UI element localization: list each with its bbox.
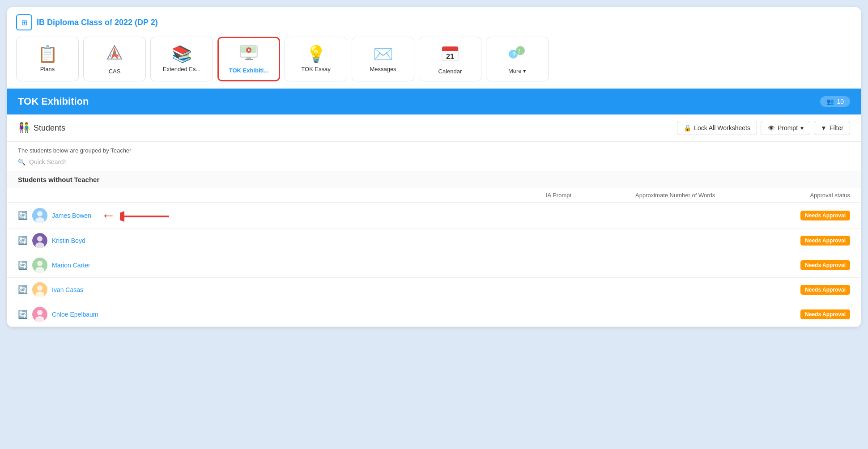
sync-icon-ivan: 🔄 bbox=[18, 285, 28, 295]
student-name-ivan[interactable]: Ivan Casas bbox=[52, 286, 83, 293]
approval-badge-chloe: Needs Approval bbox=[800, 309, 850, 319]
nav-item-plans[interactable]: 📋 Plans bbox=[16, 37, 79, 81]
table-row: 🔄 Marion Carter Needs Approval bbox=[7, 253, 861, 278]
column-headers: IA Prompt Approximate Number of Words Ap… bbox=[7, 188, 861, 203]
section-header: TOK Exhibition 👥 10 bbox=[7, 89, 861, 114]
student-name-chloe[interactable]: Chloe Epelbaum bbox=[52, 311, 98, 318]
prompt-button[interactable]: 👁️ Prompt ▾ bbox=[761, 121, 810, 135]
svg-rect-10 bbox=[247, 57, 251, 59]
class-title: IB Diploma Class of 2022 (DP 2) bbox=[37, 18, 158, 27]
filter-icon: ▼ bbox=[821, 124, 827, 131]
arrow-svg bbox=[120, 210, 174, 223]
col-ia-prompt: IA Prompt bbox=[546, 192, 635, 199]
svg-point-26 bbox=[37, 236, 43, 241]
avatar-james bbox=[32, 208, 47, 223]
cas-icon: C A S bbox=[106, 44, 123, 64]
svg-text:!: ! bbox=[518, 47, 520, 54]
svg-rect-11 bbox=[245, 59, 253, 60]
nav-label-more: More ▾ bbox=[508, 68, 526, 74]
messages-icon: ✉️ bbox=[373, 46, 393, 62]
group-info: The students below are grouped by Teache… bbox=[7, 142, 861, 157]
nav-label-extended-essay: Extended Es... bbox=[163, 66, 201, 72]
svg-text:C: C bbox=[110, 54, 113, 58]
approval-badge-james: Needs Approval bbox=[800, 211, 850, 220]
nav-item-more[interactable]: ? ! More ▾ bbox=[486, 37, 549, 81]
approval-badge-marion: Needs Approval bbox=[800, 260, 850, 270]
svg-text:S: S bbox=[117, 54, 119, 58]
svg-point-35 bbox=[37, 310, 43, 315]
svg-text:21: 21 bbox=[446, 53, 454, 60]
class-title-row: ⊞ IB Diploma Class of 2022 (DP 2) bbox=[16, 14, 852, 30]
student-count-value: 10 bbox=[837, 98, 844, 105]
search-row[interactable]: 🔍 Quick Search bbox=[7, 157, 861, 171]
filter-button[interactable]: ▼ Filter bbox=[814, 121, 850, 135]
student-name-marion[interactable]: Marion Carter bbox=[52, 262, 90, 269]
group-header: Students without Teacher bbox=[7, 171, 861, 188]
nav-item-cas[interactable]: C A S CAS bbox=[83, 37, 146, 81]
filter-btn-label: Filter bbox=[830, 124, 843, 131]
nav-item-extended-essay[interactable]: 📚 Extended Es... bbox=[150, 37, 213, 81]
student-info-ivan: 🔄 Ivan Casas bbox=[18, 282, 546, 297]
sync-icon-kristin: 🔄 bbox=[18, 236, 28, 246]
section-title: TOK Exhibition bbox=[18, 96, 89, 107]
nav-label-plans: Plans bbox=[40, 66, 55, 72]
svg-point-21 bbox=[37, 211, 43, 216]
red-arrow-indicator: ← bbox=[101, 207, 115, 224]
avatar-marion bbox=[32, 258, 47, 273]
table-row: 🔄 Ivan Casas Needs Approval bbox=[7, 278, 861, 302]
group-label: Students without Teacher bbox=[18, 176, 99, 183]
tok-essay-icon: 💡 bbox=[306, 46, 326, 62]
student-count-badge: 👥 10 bbox=[820, 96, 850, 107]
sync-icon-james: 🔄 bbox=[18, 211, 28, 220]
student-name-james[interactable]: James Bowen bbox=[52, 212, 91, 219]
approval-marion: Needs Approval bbox=[761, 260, 850, 270]
students-label: 👫 Students bbox=[18, 122, 65, 134]
approval-badge-kristin: Needs Approval bbox=[800, 236, 850, 246]
col-approx-words: Approximate Number of Words bbox=[635, 192, 761, 199]
col-approval: Approval status bbox=[761, 192, 850, 199]
calendar-icon: 21 bbox=[441, 44, 459, 64]
lock-btn-label: Lock All Worksheets bbox=[694, 124, 750, 131]
student-name-kristin[interactable]: Kristin Boyd bbox=[52, 237, 85, 244]
student-info-kristin: 🔄 Kristin Boyd bbox=[18, 233, 546, 248]
class-grid-icon: ⊞ bbox=[16, 14, 32, 30]
prompt-chevron-icon: ▾ bbox=[800, 124, 804, 131]
svg-text:?: ? bbox=[512, 51, 516, 58]
nav-item-calendar[interactable]: 21 Calendar bbox=[419, 37, 481, 81]
search-icon: 🔍 bbox=[18, 158, 26, 165]
header-area: ⊞ IB Diploma Class of 2022 (DP 2) 📋 Plan… bbox=[7, 7, 861, 89]
approval-james: Needs Approval bbox=[761, 211, 850, 220]
students-subheader: 👫 Students 🔒 Lock All Worksheets 👁️ Prom… bbox=[7, 114, 861, 142]
students-table: Students without Teacher IA Prompt Appro… bbox=[7, 171, 861, 327]
extended-essay-icon: 📚 bbox=[172, 46, 192, 62]
nav-label-tok-essay: TOK Essay bbox=[301, 66, 331, 72]
sync-icon-marion: 🔄 bbox=[18, 260, 28, 270]
col-student bbox=[18, 192, 546, 199]
sync-icon-chloe: 🔄 bbox=[18, 309, 28, 319]
prompt-btn-label: Prompt bbox=[778, 124, 798, 131]
nav-item-tok-essay[interactable]: 💡 TOK Essay bbox=[285, 37, 347, 81]
students-count-icon: 👥 bbox=[826, 98, 834, 105]
lock-icon: 🔒 bbox=[684, 124, 691, 131]
svg-point-17 bbox=[516, 46, 525, 55]
nav-label-tok-exhibition: TOK Exhibiti... bbox=[229, 67, 269, 74]
table-row: 🔄 Chloe Epelbaum Needs Approval bbox=[7, 302, 861, 327]
nav-label-messages: Messages bbox=[370, 66, 396, 72]
group-text: The students below are grouped by Teache… bbox=[18, 147, 131, 154]
more-icon: ? ! bbox=[508, 44, 527, 64]
nav-label-cas: CAS bbox=[109, 68, 121, 75]
avatar-ivan bbox=[32, 282, 47, 297]
svg-rect-14 bbox=[442, 49, 458, 51]
nav-item-tok-exhibition[interactable]: TOK Exhibiti... bbox=[217, 37, 280, 81]
plans-icon: 📋 bbox=[38, 46, 58, 62]
nav-item-messages[interactable]: ✉️ Messages bbox=[352, 37, 414, 81]
search-placeholder: Quick Search bbox=[29, 158, 67, 165]
approval-chloe: Needs Approval bbox=[761, 309, 850, 319]
svg-point-29 bbox=[37, 261, 43, 266]
avatar-kristin bbox=[32, 233, 47, 248]
nav-label-calendar: Calendar bbox=[438, 68, 462, 75]
table-row: 🔄 Kristin Boyd Needs Approval bbox=[7, 229, 861, 253]
approval-ivan: Needs Approval bbox=[761, 285, 850, 295]
lock-worksheets-button[interactable]: 🔒 Lock All Worksheets bbox=[677, 121, 757, 135]
main-card: ⊞ IB Diploma Class of 2022 (DP 2) 📋 Plan… bbox=[7, 7, 861, 327]
